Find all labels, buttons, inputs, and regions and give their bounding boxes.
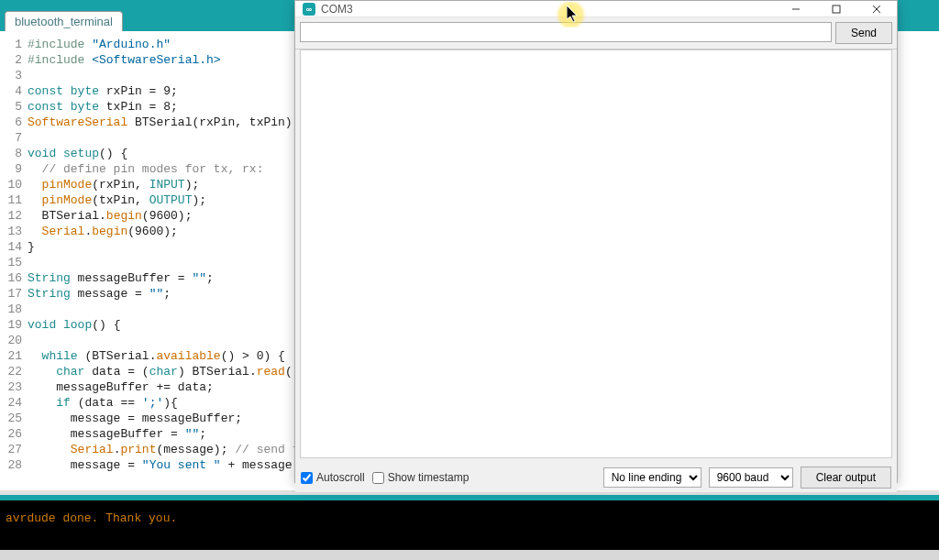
line-number: 16	[0, 270, 24, 286]
line-number: 19	[0, 317, 24, 333]
arduino-icon: ∞	[303, 3, 315, 16]
minimize-button[interactable]	[776, 1, 816, 17]
code-content: const byte rxPin = 9;	[24, 83, 178, 99]
line-number: 13	[0, 224, 24, 239]
code-content: messageBuffer = "";	[24, 426, 206, 442]
timestamp-input[interactable]	[372, 472, 384, 484]
code-content: BTSerial.begin(9600);	[24, 208, 192, 224]
line-number: 18	[0, 302, 24, 317]
svg-rect-1	[833, 5, 840, 13]
line-number: 28	[0, 457, 24, 473]
code-content: #include <SoftwareSerial.h>	[24, 52, 221, 68]
serial-footer: Autoscroll Show timestamp No line ending…	[295, 463, 897, 492]
maximize-button[interactable]	[816, 1, 856, 17]
build-console: avrdude done. Thank you.	[0, 495, 939, 550]
serial-input[interactable]	[300, 22, 832, 42]
timestamp-checkbox[interactable]: Show timestamp	[372, 471, 470, 484]
close-button[interactable]	[856, 1, 897, 17]
code-content: String messageBuffer = "";	[24, 270, 214, 286]
serial-output-area[interactable]	[300, 49, 892, 458]
line-number: 6	[0, 115, 24, 130]
code-content	[24, 68, 28, 83]
code-content: String message = "";	[24, 286, 171, 302]
autoscroll-input[interactable]	[301, 472, 313, 484]
line-number: 22	[0, 364, 24, 379]
code-content: const byte txPin = 8;	[24, 99, 178, 115]
code-content	[24, 302, 28, 317]
line-number: 27	[0, 442, 24, 457]
code-content: pinMode(rxPin, INPUT);	[24, 177, 199, 192]
code-content	[24, 333, 28, 348]
line-number: 2	[0, 52, 24, 68]
line-ending-select[interactable]: No line ending	[603, 467, 701, 488]
serial-monitor-window: ∞ COM3 Send Autoscroll Show timestamp	[294, 0, 898, 483]
code-content: void loop() {	[24, 317, 120, 333]
line-number: 24	[0, 395, 24, 411]
code-content: if (data == ';'){	[24, 395, 178, 411]
line-number: 8	[0, 146, 24, 161]
code-content: SoftwareSerial BTSerial(rxPin, txPin); /…	[24, 115, 321, 130]
line-number: 9	[0, 161, 24, 177]
line-number: 23	[0, 379, 24, 395]
autoscroll-checkbox[interactable]: Autoscroll	[301, 471, 365, 484]
code-content: message = messageBuffer;	[24, 411, 242, 426]
line-number: 20	[0, 333, 24, 348]
line-number: 21	[0, 348, 24, 364]
code-content: #include "Arduino.h"	[24, 37, 171, 52]
code-content	[24, 255, 28, 270]
line-number: 15	[0, 255, 24, 270]
code-content: while (BTSerial.available() > 0) {	[24, 348, 285, 364]
autoscroll-label: Autoscroll	[316, 471, 365, 484]
line-number: 14	[0, 239, 24, 255]
line-number: 11	[0, 192, 24, 208]
code-content: // define pin modes for tx, rx:	[24, 161, 263, 177]
timestamp-label: Show timestamp	[388, 471, 470, 484]
line-number: 26	[0, 426, 24, 442]
baud-select[interactable]: 9600 baud	[709, 467, 793, 488]
serial-input-row: Send	[295, 17, 897, 49]
code-content: void setup() {	[24, 146, 127, 161]
code-content: pinMode(txPin, OUTPUT);	[24, 192, 206, 208]
code-content: messageBuffer += data;	[24, 379, 214, 395]
window-buttons	[776, 1, 897, 17]
line-number: 7	[0, 130, 24, 146]
clear-output-button[interactable]: Clear output	[801, 467, 891, 489]
line-number: 17	[0, 286, 24, 302]
line-number: 25	[0, 411, 24, 426]
serial-monitor-titlebar[interactable]: ∞ COM3	[295, 1, 897, 17]
line-number: 10	[0, 177, 24, 192]
tab-strip: bluetooth_terminal	[5, 11, 123, 31]
line-number: 3	[0, 68, 24, 83]
line-number: 5	[0, 99, 24, 115]
console-text: avrdude done. Thank you.	[6, 511, 177, 525]
line-number: 4	[0, 83, 24, 99]
serial-monitor-title: COM3	[321, 3, 776, 16]
send-button[interactable]: Send	[835, 22, 892, 44]
status-bar	[0, 550, 939, 560]
line-number: 12	[0, 208, 24, 224]
code-content: message = "You sent " + message;	[24, 457, 299, 473]
code-content: Serial.begin(9600);	[24, 224, 178, 239]
code-content: char data = (char) BTSerial.read();	[24, 364, 306, 379]
line-number: 1	[0, 37, 24, 52]
tab-bluetooth-terminal[interactable]: bluetooth_terminal	[5, 11, 123, 32]
code-content: Serial.print(message); // send to se	[24, 442, 328, 457]
code-content	[24, 130, 28, 146]
code-content: }	[24, 239, 35, 255]
